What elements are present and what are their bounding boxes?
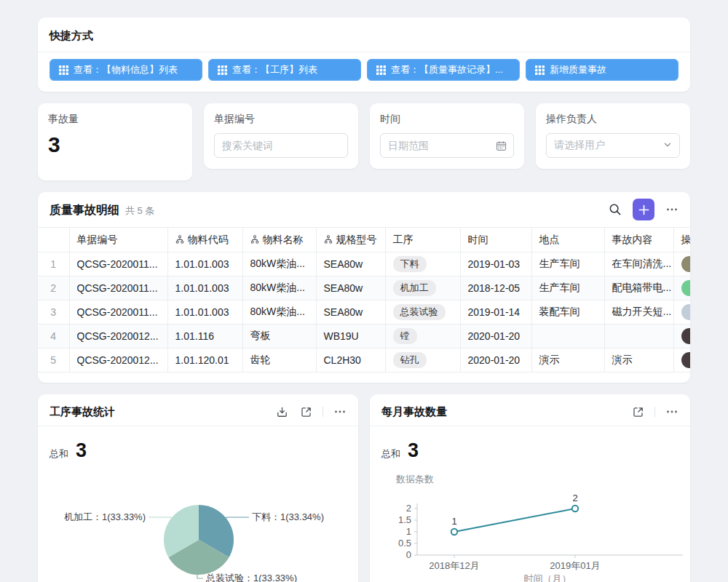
view-process-list-button[interactable]: 查看：【工序】列表 — [208, 59, 361, 81]
table-cell: 配电箱带电... — [604, 276, 673, 300]
table-cell: 2018-12-05 — [460, 276, 531, 300]
column-header[interactable]: 物料名称 — [242, 228, 316, 252]
pie-more-menu-button[interactable] — [332, 404, 348, 420]
grid-icon — [376, 65, 386, 75]
column-header-label: 事故内容 — [612, 234, 653, 245]
table-cell: QCSG-2020011... — [69, 300, 167, 324]
table-cell: 2019-01-14 — [460, 300, 531, 324]
table-more-menu-button[interactable] — [664, 202, 680, 218]
pie-slice-label: 机加工：1(33.33%) — [64, 511, 146, 522]
table-cell — [673, 300, 690, 324]
table-cell: CL2H30 — [316, 348, 385, 372]
process-tag: 下料 — [393, 256, 427, 272]
table-cell: 演示 — [604, 348, 673, 372]
expand-button[interactable] — [630, 404, 646, 420]
table-cell: 磁力开关短... — [604, 300, 673, 324]
row-index: 3 — [38, 300, 69, 324]
line-total: 总和 3 — [381, 439, 419, 462]
process-tag: 镗 — [393, 328, 417, 344]
row-index: 5 — [38, 348, 69, 372]
doc-number-filter-card: 单据编号 — [204, 103, 358, 169]
column-header[interactable]: 时间 — [460, 228, 531, 252]
table-cell: 演示 — [531, 348, 604, 372]
table-cell: QCSG-2020011... — [69, 276, 167, 300]
table-cell — [604, 324, 673, 348]
column-header-label: 物料代码 — [188, 234, 229, 245]
table-cell: 1.01.01.003 — [167, 276, 242, 300]
more-dots-icon — [333, 405, 347, 418]
column-header[interactable]: 物料代码 — [167, 228, 242, 252]
table-cell: QCSG-2020011... — [69, 252, 167, 276]
shortcut-button-label: 查看：【质量事故记录】... — [391, 63, 503, 76]
table-cell: 1.01.120.01 — [167, 348, 242, 372]
table-title: 质量事故明细共 5 条 — [50, 203, 154, 218]
pie-chart[interactable]: 下料：1(33.34%)总装试验：1(33.33%)机加工：1(33.33%) — [38, 394, 358, 582]
add-record-button[interactable] — [633, 199, 654, 220]
grid-icon — [535, 65, 545, 75]
column-header[interactable]: 操作负责人 — [673, 228, 690, 252]
operator-select[interactable]: 请选择用户 — [546, 133, 680, 158]
y-tick-label: 1.5 — [398, 514, 411, 525]
table-row[interactable]: 5QCSG-2020012...1.01.120.01齿轮CL2H30钻孔202… — [38, 348, 690, 372]
shortcuts-card: 快捷方式 查看：【物料信息】列表 查看：【工序】列表 查看：【质量事故记录】..… — [38, 17, 690, 92]
more-dots-icon — [665, 203, 678, 216]
avatar — [681, 304, 691, 320]
table-row[interactable]: 1QCSG-2020011...1.01.01.00380kW柴油...SEA8… — [38, 252, 690, 276]
line-total-value: 3 — [408, 439, 419, 462]
data-point[interactable] — [451, 529, 457, 535]
pie-total-label: 总和 — [50, 447, 68, 461]
shortcut-button-label: 查看：【工序】列表 — [232, 63, 317, 76]
data-point[interactable] — [572, 506, 578, 511]
view-quality-incident-records-button[interactable]: 查看：【质量事故记录】... — [367, 59, 520, 81]
table-cell: SEA80w — [316, 276, 385, 300]
column-header[interactable]: 地点 — [531, 228, 604, 252]
line-more-menu-button[interactable] — [664, 404, 680, 420]
search-button[interactable] — [607, 202, 623, 218]
table-cell: 弯板 — [242, 324, 316, 348]
divider — [654, 407, 655, 417]
linked-field-icon — [175, 235, 184, 244]
line-chart-x-axis-title: 时间（月） — [524, 573, 571, 582]
linked-field-icon — [250, 235, 259, 244]
row-index: 2 — [38, 276, 69, 300]
table-row[interactable]: 3QCSG-2020011...1.01.01.00380kW柴油...SEA8… — [38, 300, 690, 324]
calendar-icon[interactable] — [496, 140, 507, 154]
add-quality-incident-button[interactable]: 新增质量事故 — [526, 59, 678, 81]
table-cell: 2020-01-20 — [460, 348, 531, 372]
plus-icon — [638, 204, 649, 215]
table-row[interactable]: 2QCSG-2020011...1.01.01.00380kW柴油...SEA8… — [38, 276, 690, 300]
table-cell: QCSG-2020012... — [69, 348, 167, 372]
operator-filter-card: 操作负责人 请选择用户 — [536, 103, 690, 169]
table-cell: 生产车间 — [531, 276, 604, 300]
column-header[interactable]: 事故内容 — [604, 228, 673, 252]
view-material-info-list-button[interactable]: 查看：【物料信息】列表 — [50, 59, 202, 81]
column-header[interactable]: 规格型号 — [316, 228, 385, 252]
expand-icon — [300, 406, 312, 418]
column-header[interactable]: 工序 — [385, 228, 460, 252]
date-range-input[interactable] — [388, 140, 506, 151]
table-cell: 生产车间 — [531, 252, 604, 276]
line-chart[interactable]: 00.511.522018年12月2019年01月12时间（月） — [370, 394, 690, 582]
doc-number-search-input[interactable] — [222, 140, 340, 151]
column-header[interactable]: 单据编号 — [69, 228, 167, 252]
avatar — [681, 352, 691, 368]
pie-slice-label: 总装试验：1(33.33%) — [205, 573, 297, 582]
download-button[interactable] — [274, 404, 290, 420]
operator-select-placeholder: 请选择用户 — [554, 139, 605, 152]
table-row[interactable]: 4QCSG-2020012...1.01.116弯板WB19U镗2020-01-… — [38, 324, 690, 348]
download-icon — [276, 406, 288, 418]
shortcut-buttons-row: 查看：【物料信息】列表 查看：【工序】列表 查看：【质量事故记录】... 新增质… — [50, 59, 678, 81]
incident-count-card: 事故量 3 — [38, 103, 192, 180]
column-header-label: 工序 — [393, 234, 414, 245]
divider — [38, 52, 690, 52]
table-cell — [673, 252, 690, 276]
column-header-label: 物料名称 — [263, 234, 304, 245]
line-series — [454, 509, 575, 532]
process-incident-stats-card: 工序事故统计 总和 3 下料：1(33.34%)总装试验：1(33.33%)机加… — [38, 394, 358, 582]
table-cell: 1.01.01.003 — [167, 252, 242, 276]
pie-total: 总和 3 — [50, 439, 87, 462]
table-cell: 机加工 — [385, 276, 460, 300]
table-record-count: 共 5 条 — [125, 205, 154, 216]
table-header-row: 单据编号物料代码物料名称规格型号工序时间地点事故内容操作负责人 — [38, 228, 690, 252]
expand-button[interactable] — [298, 404, 314, 420]
